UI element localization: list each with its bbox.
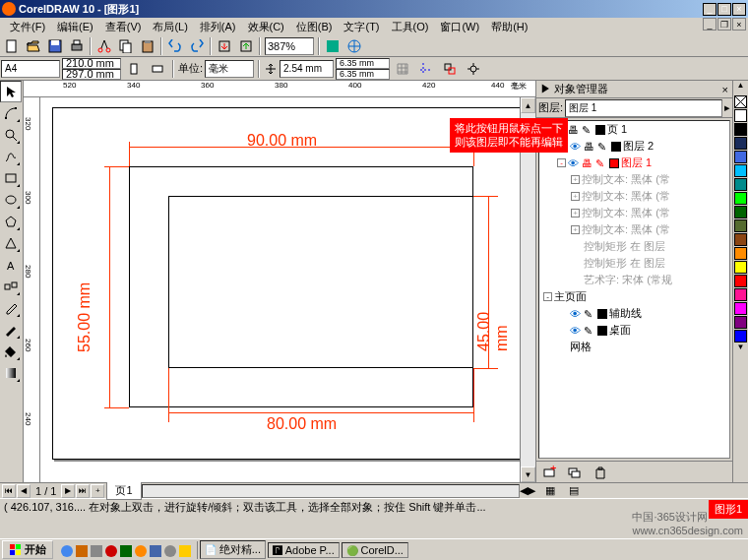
menu-arrange[interactable]: 排列(A) (194, 19, 242, 35)
docker-view1-button[interactable]: ▦ (540, 481, 560, 501)
color-swatch[interactable] (734, 233, 747, 246)
minimize-button[interactable]: _ (703, 3, 717, 16)
add-page-button[interactable]: + (91, 484, 104, 498)
horizontal-ruler[interactable]: 520 340 360 380 400 420 440 毫米 (24, 81, 535, 97)
tree-item[interactable]: -主页面 (539, 288, 729, 305)
task-item-3[interactable]: 🟢 CorelD... (342, 542, 408, 558)
menu-window[interactable]: 窗口(W) (434, 19, 485, 35)
print-icon[interactable]: 🖶 (582, 157, 593, 169)
tree-expand-button[interactable]: + (571, 192, 580, 201)
vertical-scrollbar[interactable]: ▲ ▼ (520, 97, 535, 482)
print-icon[interactable]: 🖶 (584, 141, 595, 153)
basic-shapes-tool[interactable] (0, 232, 22, 254)
open-button[interactable] (24, 36, 43, 56)
tree-expand-button[interactable]: - (557, 158, 566, 167)
landscape-button[interactable] (148, 59, 167, 79)
scroll-down-button[interactable]: ▼ (521, 467, 535, 482)
ie-icon[interactable] (59, 543, 73, 557)
color-swatch-icon[interactable] (597, 309, 607, 319)
save-button[interactable] (45, 36, 65, 56)
color-swatch[interactable] (734, 302, 747, 315)
color-swatch[interactable] (734, 206, 747, 218)
page-width-field[interactable]: 210.0 mm (62, 58, 121, 69)
menu-help[interactable]: 帮助(H) (485, 19, 533, 35)
docker-title-bar[interactable]: ▶ 对象管理器 × (536, 81, 732, 98)
color-swatch[interactable] (734, 151, 747, 163)
quick7-icon[interactable] (162, 543, 176, 557)
new-button[interactable] (2, 36, 22, 56)
quick1-icon[interactable] (74, 543, 88, 557)
quick5-icon[interactable] (133, 543, 147, 557)
color-swatch-icon[interactable] (595, 125, 605, 135)
tree-item[interactable]: 👁✎辅助线 (539, 305, 729, 322)
color-swatch[interactable] (734, 316, 747, 329)
interactive-fill-tool[interactable] (0, 362, 22, 384)
print-button[interactable] (67, 36, 87, 56)
horizontal-scrollbar[interactable] (142, 484, 520, 498)
pencil-icon[interactable]: ✎ (597, 141, 609, 153)
eye-icon[interactable]: 👁 (568, 157, 580, 169)
web-button[interactable] (344, 36, 364, 56)
menu-effects[interactable]: 效果(C) (242, 19, 290, 35)
quick8-icon[interactable] (177, 543, 191, 557)
tree-item[interactable]: 控制矩形 在 图层 (539, 255, 729, 272)
menu-text[interactable]: 文字(T) (338, 19, 385, 35)
zoom-input[interactable] (265, 37, 314, 55)
page-tab[interactable]: 页1 (106, 481, 141, 500)
pencil-icon[interactable]: ✎ (584, 308, 595, 320)
color-swatch[interactable] (734, 275, 747, 287)
units-select[interactable]: 毫米 (205, 60, 254, 78)
color-swatch[interactable] (734, 219, 747, 232)
menu-tools[interactable]: 工具(O) (386, 19, 435, 35)
tree-expand-button[interactable]: + (571, 225, 580, 234)
quick2-icon[interactable] (89, 543, 102, 557)
pencil-icon[interactable]: ✎ (582, 124, 593, 136)
last-page-button[interactable]: ⏭ (76, 484, 90, 498)
zoom-tool[interactable] (0, 124, 22, 146)
layer-tree[interactable]: -👁🖶✎页 1👁🖶✎图层 2-👁🖶✎图层 1+控制文本: 黑体 (常+控制文本:… (538, 120, 730, 459)
export-button[interactable] (236, 36, 256, 56)
start-button[interactable]: 开始 (2, 540, 53, 559)
tree-item[interactable]: +控制文本: 黑体 (常 (539, 171, 729, 188)
paper-size-select[interactable]: A4 (1, 60, 60, 78)
interactive-blend-tool[interactable] (0, 276, 22, 297)
color-swatch[interactable] (734, 261, 747, 274)
snap-guide-button[interactable] (416, 59, 436, 79)
menu-view[interactable]: 查看(V) (99, 19, 148, 35)
eye-icon[interactable]: 👁 (570, 325, 582, 337)
color-swatch[interactable] (734, 109, 747, 122)
undo-button[interactable] (165, 36, 185, 56)
tree-item[interactable]: 控制矩形 在 图层 (539, 238, 729, 255)
tree-expand-button[interactable]: + (571, 209, 580, 218)
inner-rectangle[interactable] (168, 196, 473, 368)
polygon-tool[interactable] (0, 211, 22, 232)
rectangle-tool[interactable] (0, 167, 22, 189)
docker-close-icon[interactable]: × (722, 84, 728, 95)
tree-item[interactable]: 👁✎桌面 (539, 322, 729, 339)
eyedropper-tool[interactable] (0, 297, 22, 319)
text-tool[interactable]: A (0, 254, 22, 276)
color-swatch[interactable] (734, 192, 747, 205)
redo-button[interactable] (187, 36, 207, 56)
palette-up-button[interactable]: ▲ (737, 81, 745, 94)
color-swatch-icon[interactable] (611, 142, 621, 152)
first-page-button[interactable]: ⏮ (2, 484, 16, 498)
next-page-button[interactable]: ▶ (61, 484, 75, 498)
vertical-ruler[interactable]: 320 300 280 260 240 (24, 97, 40, 482)
docker-view2-button[interactable]: ▤ (564, 481, 584, 501)
eye-icon[interactable]: 👁 (570, 308, 582, 320)
fill-tool[interactable] (0, 341, 22, 362)
task-item-1[interactable]: 📄 绝对精... (200, 540, 266, 559)
color-swatch[interactable] (734, 288, 747, 301)
scroll-right-button[interactable]: ▶ (528, 484, 535, 497)
palette-down-button[interactable]: ▼ (737, 342, 745, 356)
pencil-icon[interactable]: ✎ (595, 157, 607, 169)
menu-bitmaps[interactable]: 位图(B) (290, 19, 339, 35)
pick-tool[interactable] (0, 81, 22, 102)
new-layer-button[interactable]: + (539, 463, 559, 482)
ellipse-tool[interactable] (0, 189, 22, 211)
cut-button[interactable] (94, 36, 114, 56)
page-height-field[interactable]: 297.0 mm (62, 69, 121, 80)
scroll-up-button[interactable]: ▲ (521, 97, 535, 113)
tree-expand-button[interactable]: + (571, 175, 580, 184)
